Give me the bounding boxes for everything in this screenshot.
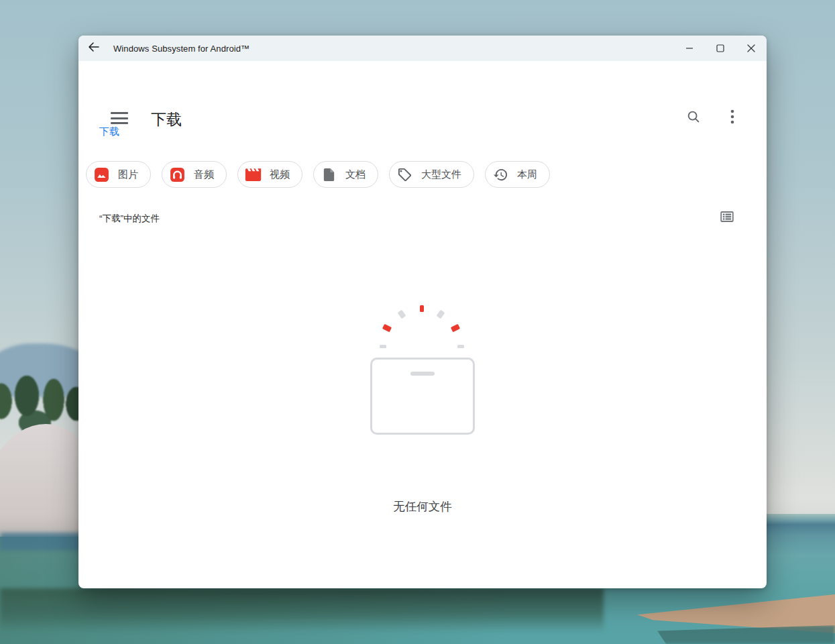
empty-box-icon bbox=[370, 358, 475, 435]
wallpaper-reflection bbox=[0, 588, 604, 633]
filter-chip-this-week[interactable]: 本周 bbox=[485, 161, 550, 188]
search-icon bbox=[686, 109, 701, 127]
confetti-piece bbox=[451, 324, 460, 333]
video-icon bbox=[244, 166, 262, 183]
confetti-piece bbox=[457, 345, 464, 348]
empty-state-illustration bbox=[368, 302, 476, 446]
image-icon bbox=[93, 166, 110, 183]
minimize-button[interactable] bbox=[674, 36, 705, 61]
back-arrow-icon bbox=[88, 42, 100, 55]
wsa-files-window: Windows Subsystem for Android™ 下载 bbox=[78, 36, 767, 588]
section-label: “下载”中的文件 bbox=[99, 213, 160, 225]
close-icon bbox=[747, 44, 755, 52]
filter-chip-row: 图片 音频 视频 文档 大型文件 bbox=[86, 161, 550, 188]
filter-chip-label: 本周 bbox=[517, 168, 537, 181]
document-icon bbox=[320, 166, 337, 183]
filter-chip-label: 文档 bbox=[345, 168, 366, 181]
list-view-icon bbox=[719, 209, 735, 227]
tag-icon bbox=[396, 166, 413, 183]
filter-chip-images[interactable]: 图片 bbox=[86, 161, 151, 188]
filter-chip-label: 图片 bbox=[118, 168, 138, 181]
filter-chip-documents[interactable]: 文档 bbox=[313, 161, 378, 188]
maximize-icon bbox=[716, 44, 724, 52]
search-button[interactable] bbox=[680, 105, 707, 131]
filter-chip-audio[interactable]: 音频 bbox=[162, 161, 227, 188]
overflow-dots-icon bbox=[730, 109, 734, 127]
maximize-button[interactable] bbox=[705, 36, 736, 61]
history-icon bbox=[492, 166, 509, 183]
overflow-menu-button[interactable] bbox=[719, 105, 746, 131]
box-handle bbox=[410, 372, 435, 376]
close-button[interactable] bbox=[736, 36, 767, 61]
confetti-piece bbox=[420, 305, 424, 312]
confetti-piece bbox=[437, 310, 445, 319]
confetti-piece bbox=[380, 345, 386, 348]
window-title: Windows Subsystem for Android™ bbox=[113, 44, 249, 54]
empty-message: 无任何文件 bbox=[78, 498, 767, 515]
window-titlebar: Windows Subsystem for Android™ bbox=[78, 36, 767, 61]
confetti-piece bbox=[398, 310, 406, 319]
back-button[interactable] bbox=[78, 36, 109, 61]
filter-chip-videos[interactable]: 视频 bbox=[237, 161, 302, 188]
hamburger-icon bbox=[111, 112, 128, 124]
filter-chip-label: 大型文件 bbox=[421, 168, 461, 181]
page-title: 下载 bbox=[151, 109, 182, 130]
minimize-icon bbox=[685, 44, 693, 52]
confetti-piece bbox=[382, 324, 392, 333]
filter-chip-label: 视频 bbox=[270, 168, 290, 181]
filter-chip-label: 音频 bbox=[194, 168, 214, 181]
breadcrumb-downloads[interactable]: 下载 bbox=[99, 125, 119, 138]
view-toggle-button[interactable] bbox=[714, 205, 740, 231]
audio-icon bbox=[168, 166, 186, 183]
filter-chip-large-files[interactable]: 大型文件 bbox=[389, 161, 474, 188]
